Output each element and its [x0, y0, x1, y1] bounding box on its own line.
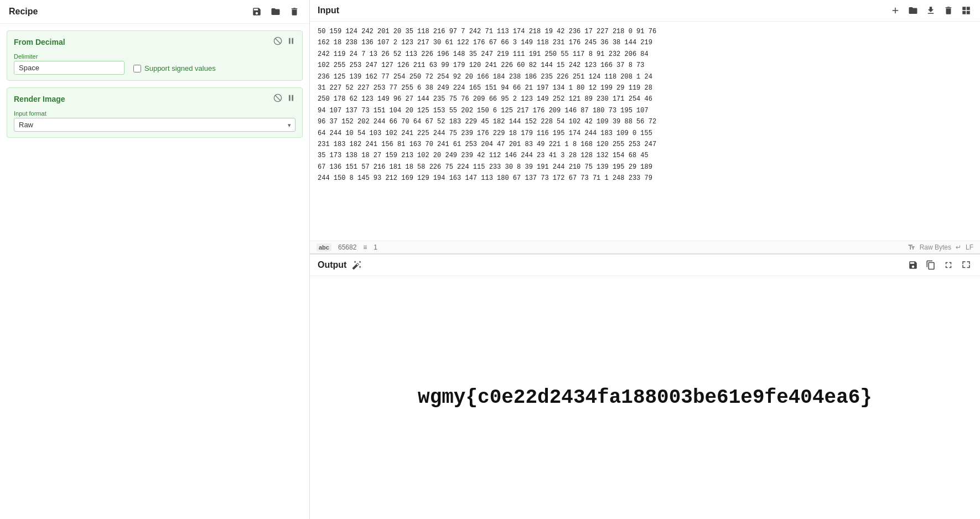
output-wand-button[interactable] [351, 259, 363, 271]
lines-separator: ≡ [363, 243, 367, 251]
output-save-icon [908, 260, 918, 270]
char-count: 65682 [338, 243, 356, 251]
input-import-button[interactable] [925, 4, 937, 17]
svg-line-1 [275, 38, 280, 43]
input-line: 96 37 152 202 244 66 70 64 67 52 183 229… [318, 116, 972, 127]
from-decimal-fields: Delimiter Support signed values [14, 53, 295, 75]
from-decimal-icons [273, 37, 295, 48]
input-line: 250 178 62 123 149 96 27 144 235 75 76 2… [318, 94, 972, 105]
output-result-text: wgmy{c0e22d2434fa188003be61e9fe404ea6} [407, 375, 883, 420]
input-title: Input [318, 6, 339, 15]
input-line: 35 173 138 18 27 159 213 102 20 249 239 … [318, 150, 972, 161]
svg-rect-2 [289, 38, 291, 44]
footer-left: abc 65682 ≡ 1 [317, 243, 377, 251]
from-decimal-step: From Decimal [7, 30, 303, 81]
disable-icon-2 [273, 94, 282, 102]
render-image-header: Render Image [14, 94, 295, 105]
right-panel: Input [310, 0, 980, 519]
newline-arrow: ↵ [956, 243, 961, 251]
input-format-select[interactable]: Raw PNG JPEG [14, 118, 295, 132]
input-content: 50 159 124 242 201 20 35 118 216 97 7 24… [310, 22, 980, 241]
output-expand-button[interactable] [942, 259, 955, 271]
input-open-button[interactable] [907, 4, 919, 17]
input-delete-button[interactable] [942, 4, 955, 17]
support-signed-group: Support signed values [133, 64, 216, 72]
svg-rect-3 [292, 38, 293, 44]
pause-icon [287, 37, 295, 45]
add-icon [890, 6, 900, 15]
output-copy-button[interactable] [925, 259, 937, 271]
support-signed-label[interactable]: Support signed values [144, 64, 216, 72]
input-add-button[interactable] [889, 4, 901, 17]
input-line: 162 18 238 136 107 2 123 217 30 61 122 1… [318, 37, 972, 48]
render-image-disable-button[interactable] [273, 94, 282, 105]
delimiter-group: Delimiter [14, 53, 125, 75]
render-image-icons [273, 94, 295, 105]
output-header-icons [907, 259, 972, 271]
delete-icon [289, 7, 299, 17]
grid-icon [961, 6, 971, 15]
save-button[interactable] [251, 6, 263, 18]
output-title: Output [318, 260, 346, 270]
fullscreen-icon [961, 260, 971, 270]
output-content: wgmy{c0e22d2434fa188003be61e9fe404ea6} [310, 276, 980, 519]
input-grid-button[interactable] [960, 4, 972, 17]
lines-count: 1 [374, 243, 377, 251]
folder-icon [271, 7, 281, 17]
input-line: 236 125 139 162 77 254 250 72 254 92 20 … [318, 71, 972, 82]
output-section: Output [310, 255, 980, 519]
from-decimal-header: From Decimal [14, 37, 295, 48]
input-header-icons [889, 4, 972, 17]
input-line: 231 183 182 241 156 81 163 70 241 61 253… [318, 139, 972, 150]
input-line: 50 159 124 242 201 20 35 118 216 97 7 24… [318, 26, 972, 37]
input-line: 94 107 137 73 151 104 20 125 153 55 202 … [318, 105, 972, 116]
left-panel: Recipe [0, 0, 310, 519]
open-folder-button[interactable] [269, 6, 282, 18]
copy-icon [926, 260, 936, 270]
input-line: 31 227 52 227 253 77 255 6 38 249 224 16… [318, 82, 972, 94]
output-save-button[interactable] [907, 259, 919, 271]
format-label: Raw Bytes [920, 243, 951, 251]
output-title-group: Output [318, 259, 363, 271]
newline-label: LF [966, 243, 973, 251]
from-decimal-title: From Decimal [14, 38, 65, 46]
input-line: 67 136 151 57 216 181 18 58 226 75 224 1… [318, 162, 972, 173]
delete-icon-input [943, 6, 953, 15]
output-header: Output [310, 255, 980, 276]
svg-line-5 [275, 95, 280, 100]
expand-icon [943, 260, 953, 270]
input-section: Input [310, 0, 980, 255]
pause-icon-2 [287, 94, 295, 102]
input-line: 102 255 253 247 127 126 211 63 99 179 12… [318, 60, 972, 71]
delimiter-input[interactable] [14, 61, 125, 75]
input-format-label: Input format [14, 110, 295, 117]
recipe-header: Recipe [0, 0, 309, 24]
text-format-icon [908, 243, 915, 251]
delete-recipe-button[interactable] [288, 6, 300, 18]
input-line: 64 244 10 54 103 102 241 225 244 75 239 … [318, 128, 972, 139]
svg-rect-6 [289, 95, 291, 101]
open-file-icon [908, 6, 918, 15]
input-line: 244 150 8 145 93 212 169 129 194 163 147… [318, 173, 972, 184]
render-image-step: Render Image [7, 87, 303, 138]
delimiter-label: Delimiter [14, 53, 125, 60]
from-decimal-disable-button[interactable] [273, 37, 282, 48]
import-icon [926, 6, 936, 15]
disable-icon [273, 37, 282, 45]
input-header: Input [310, 0, 980, 22]
recipe-title: Recipe [9, 7, 38, 17]
output-fullscreen-button[interactable] [960, 259, 972, 271]
from-decimal-pause-button[interactable] [287, 37, 295, 48]
render-image-title: Render Image [14, 95, 65, 103]
footer-right: Raw Bytes ↵ LF [908, 243, 973, 251]
input-footer: abc 65682 ≡ 1 Raw Bytes ↵ LF [310, 241, 980, 253]
recipe-header-icons [251, 6, 300, 18]
support-signed-checkbox[interactable] [133, 65, 141, 72]
render-image-pause-button[interactable] [287, 94, 295, 105]
svg-rect-7 [292, 95, 293, 101]
save-icon [252, 7, 262, 17]
abc-badge: abc [317, 243, 331, 251]
input-line: 242 119 24 7 13 26 52 113 226 196 148 35… [318, 49, 972, 60]
input-format-group: Input format Raw PNG JPEG [14, 110, 295, 132]
input-format-select-wrapper: Raw PNG JPEG [14, 118, 295, 132]
